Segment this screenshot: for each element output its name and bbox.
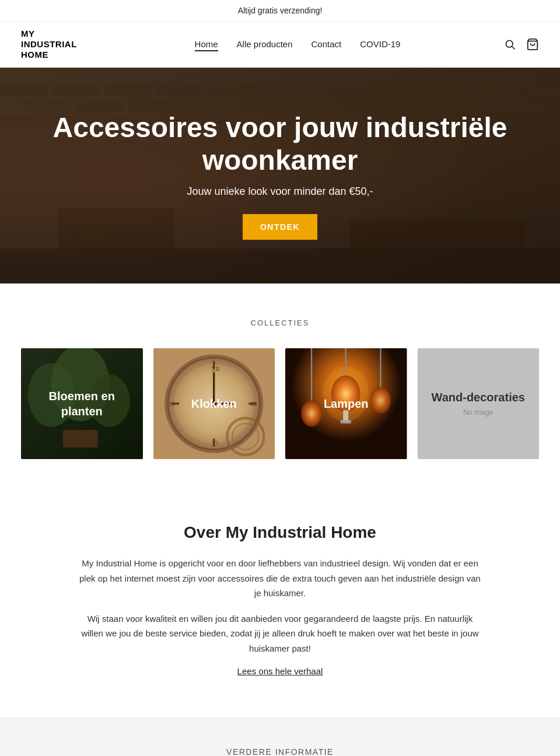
collection-card-flowers[interactable]: Bloemen enplanten (21, 348, 143, 459)
footer-heading: Verdere informatie (21, 747, 539, 756)
collections-grid: Bloemen enplanten (21, 348, 539, 459)
svg-line-1 (512, 47, 515, 50)
svg-point-0 (506, 40, 513, 47)
footer: Verdere informatie Search Over ons Priva… (0, 718, 560, 756)
search-icon (504, 38, 516, 50)
collections-label: COLLECTIES (21, 318, 539, 327)
collection-card-clocks[interactable]: XII III VI IX Klokken (153, 348, 275, 459)
flowers-label: Bloemen enplanten (21, 348, 143, 459)
nav-item-home[interactable]: Home (195, 39, 218, 50)
nav-list: Home Alle producten Contact COVID-19 (195, 39, 401, 50)
flowers-title: Bloemen enplanten (49, 388, 115, 419)
banner-text: Altijd gratis verzending! (238, 6, 323, 15)
about-paragraph-2: Wij staan voor kwaliteit en willen jou d… (76, 611, 484, 656)
nav-item-contact[interactable]: Contact (312, 39, 342, 50)
logo[interactable]: MY INDUSTRIAL HOME (21, 29, 91, 60)
nav-link-products[interactable]: Alle producten (237, 39, 293, 49)
about-paragraph-1: My Industrial Home is opgericht voor en … (76, 556, 484, 601)
hero-cta-button[interactable]: ONTDEK (243, 214, 317, 240)
main-nav: Home Alle producten Contact COVID-19 (195, 39, 401, 50)
about-title: Over My Industrial Home (76, 523, 484, 542)
wall-title: Wand-decoraties (432, 390, 525, 405)
hero-content: Accessoires voor jouw industriële woonka… (29, 100, 531, 251)
about-read-more-button[interactable]: Lees ons hele verhaal (237, 666, 323, 676)
header: MY INDUSTRIAL HOME Home Alle producten C… (0, 22, 560, 68)
nav-link-covid[interactable]: COVID-19 (360, 39, 400, 49)
header-icons (504, 38, 539, 51)
cart-button[interactable] (526, 38, 539, 51)
hero-title: Accessoires voor jouw industriële woonka… (41, 111, 519, 176)
lamps-title: Lampen (324, 396, 369, 411)
wall-no-image: No image (463, 408, 493, 418)
search-button[interactable] (504, 38, 516, 50)
wall-label: Wand-decoraties No image (418, 348, 540, 459)
collection-card-lamps[interactable]: Lampen (285, 348, 407, 459)
hero-section: Accessoires voor jouw industriële woonka… (0, 68, 560, 284)
clocks-title: Klokken (191, 396, 237, 411)
collection-card-wall[interactable]: Wand-decoraties No image (418, 348, 540, 459)
about-section: Over My Industrial Home My Industrial Ho… (0, 488, 560, 718)
clocks-label: Klokken (153, 348, 275, 459)
nav-item-products[interactable]: Alle producten (237, 39, 293, 50)
nav-link-home[interactable]: Home (195, 39, 218, 51)
lamps-label: Lampen (285, 348, 407, 459)
nav-link-contact[interactable]: Contact (312, 39, 342, 49)
top-banner: Altijd gratis verzending! (0, 0, 560, 22)
nav-item-covid[interactable]: COVID-19 (360, 39, 400, 50)
hero-subtitle: Jouw unieke look voor minder dan €50,- (41, 186, 519, 198)
cart-icon (526, 38, 539, 51)
collections-section: COLLECTIES (0, 284, 560, 488)
